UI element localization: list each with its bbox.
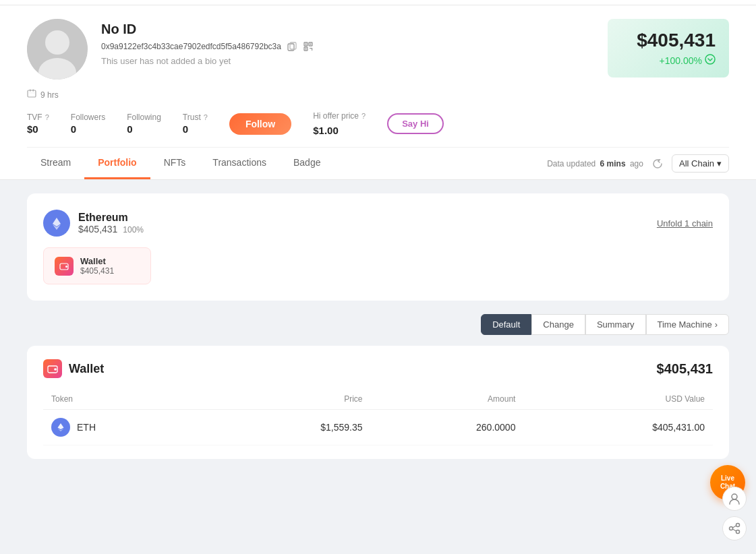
tab-portfolio[interactable]: Portfolio — [84, 148, 150, 179]
svg-rect-16 — [33, 90, 34, 92]
chain-card: Ethereum $405,431 100% Unfold 1 chain — [27, 193, 729, 301]
svg-point-19 — [65, 266, 67, 268]
tabs-right: Data updated 6 mins ago All Chain ▾ — [547, 154, 729, 173]
top-bar — [0, 0, 756, 5]
chain-selector[interactable]: All Chain ▾ — [672, 154, 729, 173]
svg-rect-10 — [305, 49, 306, 50]
stats-row: TVF ? $0 Followers 0 Following 0 Trust ?… — [27, 111, 729, 148]
usd-value-cell: $405,431.00 — [523, 410, 713, 445]
ethereum-value: $405,431 — [78, 224, 117, 235]
ethereum-name: Ethereum — [78, 212, 144, 224]
profile-name: No ID — [101, 22, 314, 37]
wallet-total: $405,431 — [657, 361, 713, 377]
wallet-section: Wallet $405,431 Token Price Amount USD V… — [27, 346, 729, 459]
svg-point-22 — [732, 494, 737, 499]
last-seen: 9 hrs — [27, 89, 729, 100]
eth-token-icon — [51, 418, 70, 437]
portfolio-change: +100.00% — [621, 54, 716, 67]
token-table: Token Price Amount USD Value — [43, 389, 713, 445]
tab-badge[interactable]: Badge — [280, 148, 334, 179]
ethereum-icon — [43, 210, 70, 237]
wallet-address: 0x9a9122ef3c4b33cae7902edfcd5f5a486792bc… — [101, 42, 281, 51]
svg-point-23 — [736, 524, 740, 527]
say-hi-button[interactable]: Say Hi — [387, 113, 444, 134]
chevron-down-icon: ▾ — [717, 158, 722, 168]
tabs: Stream Portfolio NFTs Transactions Badge — [27, 148, 334, 179]
view-toggle: Default Change Summary Time Machine › — [27, 314, 729, 335]
following-value: 0 — [127, 123, 161, 135]
user-side-icon[interactable] — [722, 487, 747, 511]
follow-button[interactable]: Follow — [229, 113, 291, 135]
wallet-title-icon — [43, 359, 62, 378]
trust-help-icon[interactable]: ? — [204, 113, 208, 121]
amount-cell: 260.0000 — [371, 410, 524, 445]
copy-icon[interactable] — [287, 41, 297, 52]
svg-point-25 — [736, 530, 740, 534]
table-row: ETH $1,559.35 260.0000 $405,431.00 — [43, 410, 713, 445]
ethereum-percentage: 100% — [123, 225, 144, 235]
col-usd-value: USD Value — [523, 389, 713, 410]
view-change-button[interactable]: Change — [531, 314, 585, 335]
hi-price-help-icon[interactable]: ? — [361, 112, 366, 120]
wallet-section-header: Wallet $405,431 — [43, 359, 713, 378]
stat-trust: Trust ? 0 — [183, 113, 208, 135]
svg-rect-12 — [312, 48, 312, 51]
profile-section: No ID 0x9a9122ef3c4b33cae7902edfcd5f5a48… — [0, 5, 756, 148]
stat-tvf: TVF ? $0 — [27, 113, 49, 135]
svg-point-21 — [54, 368, 57, 371]
svg-rect-17 — [29, 93, 35, 94]
followers-value: 0 — [71, 123, 105, 135]
price-cell: $1,559.35 — [210, 410, 371, 445]
main-content: Ethereum $405,431 100% Unfold 1 chain — [0, 180, 756, 472]
stat-following: Following 0 — [127, 113, 161, 135]
share-side-icon[interactable] — [722, 516, 747, 541]
refresh-icon[interactable] — [651, 158, 664, 170]
profile-bio: This user has not added a bio yet — [101, 56, 314, 66]
svg-rect-14 — [28, 90, 36, 97]
tab-nfts[interactable]: NFTs — [150, 148, 200, 179]
portfolio-value-card: $405,431 +100.00% — [608, 19, 729, 78]
token-cell: ETH — [43, 410, 210, 445]
chevron-down-icon[interactable] — [705, 54, 716, 67]
svg-point-13 — [705, 55, 715, 64]
profile-address-row: 0x9a9122ef3c4b33cae7902edfcd5f5a486792bc… — [101, 41, 314, 52]
wallet-title: Wallet — [43, 359, 104, 378]
svg-rect-9 — [310, 44, 311, 45]
portfolio-value: $405,431 — [621, 30, 716, 51]
view-time-machine-button[interactable]: Time Machine › — [646, 314, 730, 335]
tab-transactions[interactable]: Transactions — [199, 148, 280, 179]
stat-followers: Followers 0 — [71, 113, 105, 135]
unfold-link[interactable]: Unfold 1 chain — [657, 218, 713, 228]
tabs-section: Stream Portfolio NFTs Transactions Badge… — [0, 148, 756, 180]
qr-icon[interactable] — [303, 41, 314, 52]
view-summary-button[interactable]: Summary — [585, 314, 646, 335]
trust-value: 0 — [183, 123, 208, 135]
wallet-sub-items: Wallet $405,431 — [43, 247, 713, 284]
side-icons — [722, 487, 747, 541]
profile-left: No ID 0x9a9122ef3c4b33cae7902edfcd5f5a48… — [27, 19, 314, 80]
hi-price-section: Hi offer price ? $1.00 — [313, 111, 366, 136]
svg-point-1 — [45, 30, 69, 55]
clock-icon — [27, 89, 36, 100]
chain-header: Ethereum $405,431 100% Unfold 1 chain — [43, 210, 713, 237]
profile-info: No ID 0x9a9122ef3c4b33cae7902edfcd5f5a48… — [101, 19, 314, 66]
tvf-help-icon[interactable]: ? — [45, 113, 49, 121]
wallet-sub-card[interactable]: Wallet $405,431 — [43, 247, 151, 284]
wallet-sub-icon — [55, 257, 74, 276]
chain-selector-label: All Chain — [679, 158, 714, 168]
svg-rect-8 — [305, 44, 306, 45]
hi-price-value: $1.00 — [313, 125, 366, 136]
last-seen-time: 9 hrs — [40, 90, 59, 100]
ethereum-info: Ethereum $405,431 100% — [78, 212, 144, 235]
ethereum-value-row: $405,431 100% — [78, 224, 144, 235]
wallet-sub-info: Wallet $405,431 — [80, 256, 114, 276]
data-updated-label: Data updated 6 mins ago — [547, 159, 643, 168]
tab-stream[interactable]: Stream — [27, 148, 84, 179]
col-price: Price — [210, 389, 371, 410]
svg-rect-15 — [30, 90, 31, 92]
svg-point-24 — [730, 527, 733, 530]
view-default-button[interactable]: Default — [481, 314, 531, 335]
col-amount: Amount — [371, 389, 524, 410]
col-token: Token — [43, 389, 210, 410]
profile-header: No ID 0x9a9122ef3c4b33cae7902edfcd5f5a48… — [27, 19, 729, 80]
